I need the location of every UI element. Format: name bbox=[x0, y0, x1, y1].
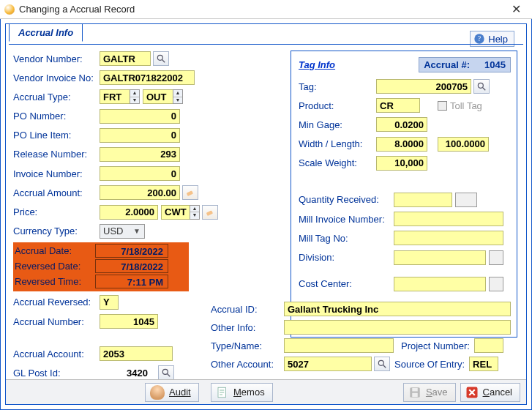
accrual-id-label: Accrual ID: bbox=[211, 304, 284, 315]
width-field[interactable] bbox=[376, 137, 427, 152]
mill-tag-label: Mill Tag No: bbox=[299, 233, 394, 244]
accrual-type-b-spinner[interactable]: ▲▼ bbox=[173, 89, 183, 104]
tag-field[interactable] bbox=[376, 79, 471, 94]
invoice-number-field[interactable] bbox=[100, 166, 180, 181]
price-unit-field[interactable] bbox=[161, 205, 190, 220]
svg-rect-17 bbox=[412, 388, 418, 392]
invoice-number-label: Invoice Number: bbox=[13, 168, 100, 179]
division-field[interactable] bbox=[394, 250, 486, 265]
highlighted-dates-block: Accrual Date: Reversed Date: Reversed Ti… bbox=[13, 242, 189, 291]
other-account-label: Other Account: bbox=[211, 359, 284, 370]
svg-line-3 bbox=[162, 60, 165, 63]
width-length-label: Width / Length: bbox=[299, 138, 376, 149]
cost-center-extra-box[interactable] bbox=[489, 277, 503, 291]
accrual-type-a-field[interactable] bbox=[100, 89, 130, 104]
mill-invoice-label: Mill Invoice Number: bbox=[299, 214, 394, 225]
release-number-field[interactable] bbox=[100, 147, 180, 162]
eraser-icon bbox=[205, 207, 215, 217]
min-gage-label: Min Gage: bbox=[299, 119, 376, 130]
price-clear[interactable] bbox=[202, 205, 218, 220]
toll-tag-checkbox bbox=[438, 101, 447, 111]
po-number-field[interactable] bbox=[100, 109, 180, 124]
division-extra-box[interactable] bbox=[489, 250, 503, 265]
svg-line-9 bbox=[483, 88, 486, 91]
other-info-field[interactable] bbox=[284, 320, 511, 335]
memos-button[interactable]: Memos bbox=[211, 383, 273, 402]
titlebar: Changing a Accrual Record ✕ bbox=[0, 0, 532, 19]
price-field[interactable] bbox=[100, 205, 158, 220]
source-entry-field[interactable] bbox=[469, 357, 498, 371]
accrual-id-field[interactable] bbox=[284, 302, 511, 316]
tag-label: Tag: bbox=[299, 81, 376, 92]
accrual-amount-label: Accrual Amount: bbox=[13, 187, 100, 198]
min-gage-field[interactable] bbox=[376, 117, 427, 132]
magnifier-icon bbox=[476, 81, 487, 92]
accrual-date-label: Accrual Date: bbox=[15, 245, 95, 256]
save-button: Save bbox=[403, 383, 456, 402]
eraser-icon bbox=[185, 187, 195, 198]
mill-tag-field[interactable] bbox=[394, 231, 503, 245]
source-entry-label: Source Of Entry: bbox=[394, 359, 465, 370]
save-icon bbox=[408, 386, 422, 399]
project-number-field[interactable] bbox=[474, 338, 503, 353]
window-title: Changing a Accrual Record bbox=[19, 4, 504, 15]
accrual-date-field[interactable] bbox=[95, 244, 168, 258]
svg-text:?: ? bbox=[478, 35, 481, 42]
cost-center-label: Cost Center: bbox=[299, 278, 394, 289]
vendor-number-field[interactable] bbox=[100, 51, 151, 66]
accrual-type-b-field[interactable] bbox=[143, 89, 173, 104]
project-number-label: Project Number: bbox=[401, 340, 470, 351]
currency-type-label: Currency Type: bbox=[13, 225, 100, 236]
tab-accrual-info[interactable]: Accrual Info bbox=[9, 23, 83, 42]
reversed-date-field[interactable] bbox=[95, 259, 168, 273]
scale-weight-label: Scale Weight: bbox=[299, 157, 376, 168]
magnifier-icon bbox=[156, 53, 166, 64]
product-label: Product: bbox=[299, 100, 376, 111]
reversed-time-label: Reversed Time: bbox=[15, 276, 95, 287]
help-icon: ? bbox=[473, 33, 485, 45]
currency-type-dropdown[interactable]: USD ▼ bbox=[100, 224, 145, 239]
cost-center-field[interactable] bbox=[394, 277, 486, 291]
qty-received-unit-box[interactable] bbox=[455, 193, 477, 207]
product-field[interactable] bbox=[376, 98, 420, 113]
reversed-time-field[interactable] bbox=[95, 275, 168, 288]
tag-lookup[interactable] bbox=[473, 79, 490, 94]
other-account-lookup[interactable] bbox=[374, 357, 390, 371]
magnifier-icon bbox=[377, 359, 387, 369]
app-icon bbox=[4, 4, 15, 15]
accrual-amount-clear[interactable] bbox=[182, 185, 198, 200]
other-account-field[interactable] bbox=[284, 357, 372, 371]
window-close-button[interactable]: ✕ bbox=[504, 2, 528, 16]
cancel-button[interactable]: Cancel bbox=[460, 383, 520, 402]
po-line-item-field[interactable] bbox=[100, 128, 180, 143]
svg-rect-18 bbox=[412, 392, 418, 396]
vendor-number-label: Vendor Number: bbox=[13, 53, 100, 64]
qty-received-label: Quantity Received: bbox=[299, 194, 394, 205]
accrual-type-label: Accrual Type: bbox=[13, 92, 100, 102]
svg-point-8 bbox=[478, 83, 483, 88]
vendor-number-lookup[interactable] bbox=[153, 51, 169, 66]
svg-point-2 bbox=[157, 55, 162, 60]
qty-received-field[interactable] bbox=[394, 193, 452, 207]
vendor-invoice-no-label: Vendor Invoice No: bbox=[13, 72, 100, 83]
release-number-label: Release Number: bbox=[13, 149, 100, 160]
svg-rect-5 bbox=[206, 210, 213, 216]
type-name-label: Type/Name: bbox=[211, 340, 284, 351]
svg-line-7 bbox=[168, 374, 171, 377]
svg-point-10 bbox=[378, 360, 383, 365]
accrual-type-a-spinner[interactable]: ▲▼ bbox=[130, 89, 140, 104]
po-line-item-label: PO Line Item: bbox=[13, 130, 100, 141]
type-name-field[interactable] bbox=[284, 338, 394, 353]
accrual-id-row: Accrual ID: bbox=[13, 301, 517, 317]
accrual-amount-field[interactable] bbox=[100, 185, 180, 200]
audit-button[interactable]: Audit bbox=[145, 383, 199, 402]
length-field[interactable] bbox=[438, 137, 489, 152]
scale-weight-field[interactable] bbox=[376, 156, 427, 171]
price-unit-spinner[interactable]: ▲▼ bbox=[190, 205, 200, 220]
mill-invoice-field[interactable] bbox=[394, 212, 503, 226]
tag-info-link[interactable]: Tag Info bbox=[299, 59, 335, 70]
po-number-label: PO Number: bbox=[13, 111, 100, 122]
memo-icon bbox=[216, 386, 229, 399]
vendor-invoice-no-field[interactable] bbox=[100, 70, 195, 85]
division-label: Division: bbox=[299, 252, 394, 263]
